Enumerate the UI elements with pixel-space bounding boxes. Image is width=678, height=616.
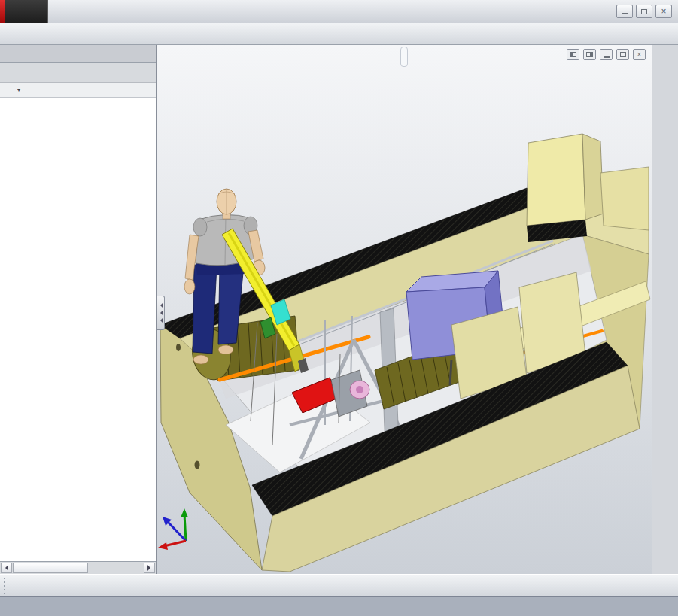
scroll-left-button[interactable] [1,563,12,573]
feature-manager-panel: ▾ [0,45,157,574]
sketch-toolbar [0,574,678,596]
minimize-button[interactable] [616,5,633,18]
app-logo [5,0,23,23]
feature-tree [0,98,156,561]
bed-hole [176,344,181,351]
doc-minimize-button[interactable] [600,49,613,60]
filter-dropdown-caret[interactable]: ▾ [17,86,20,93]
graphics-viewport[interactable]: × [157,45,652,574]
right-block[interactable] [600,167,649,230]
solidworks-window: × ▾ [0,0,678,616]
panel-splitter-handle[interactable] [157,296,165,330]
quick-access-toolbar [47,0,610,23]
assembly-toolbar [0,23,678,45]
brand-accent [0,0,5,23]
restore-button[interactable] [636,5,652,18]
collapse-right-pane-button[interactable] [583,49,596,60]
bed-hole [195,461,200,469]
doc-restore-button[interactable] [616,49,629,60]
doc-close-button[interactable]: × [633,49,646,60]
scrollbar-thumb[interactable] [13,563,88,573]
manager-tab-row [0,63,156,83]
status-bar [0,596,678,616]
filter-funnel-icon[interactable] [5,85,15,96]
document-window-buttons: × [567,49,646,60]
tree-filter-row: ▾ [0,83,156,98]
search-icon[interactable] [23,0,47,23]
collapse-left-pane-button[interactable] [567,49,579,60]
tag-icon[interactable] [652,600,667,614]
heads-up-view-toolbar [400,47,408,67]
scroll-right-button[interactable] [144,563,155,573]
3d-scene[interactable] [157,45,652,574]
tree-horizontal-scrollbar[interactable] [0,561,156,574]
toolbar-drag-handle[interactable] [2,578,8,594]
window-controls: × [610,0,678,23]
command-tabs [0,45,156,63]
title-bar: × [0,0,678,23]
close-button[interactable]: × [655,5,672,18]
task-pane [652,45,678,574]
